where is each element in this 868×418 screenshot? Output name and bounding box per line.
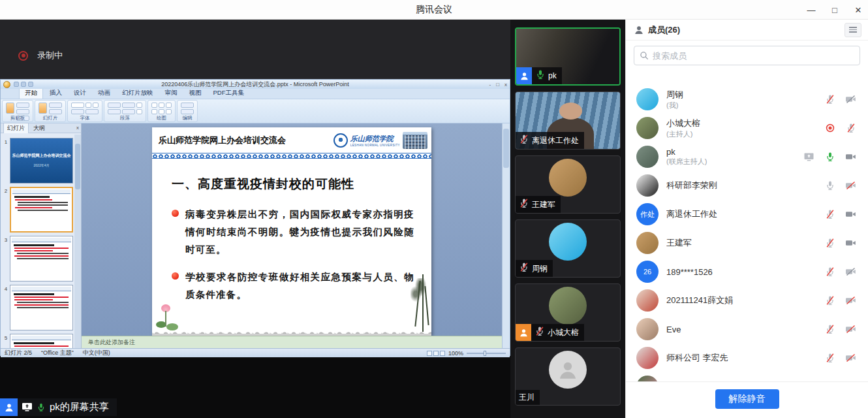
thumbnail-scrollbar[interactable]: [74, 135, 81, 348]
video-participant-name: 小城大榕: [548, 327, 579, 338]
ppt-minimize-button[interactable]: -: [489, 82, 491, 88]
mic-on-icon: [37, 402, 46, 412]
ribbon-group[interactable]: 段落: [104, 100, 146, 122]
member-row[interactable]: pk (联席主持人): [626, 142, 868, 171]
maximize-button[interactable]: □: [830, 5, 839, 15]
share-banner-text: pk的屏幕共享: [50, 401, 109, 413]
cam-off-red-icon: [845, 295, 856, 306]
mic-off-icon: [824, 209, 835, 220]
member-row[interactable]: Eve: [626, 315, 868, 344]
slide-thumbnail[interactable]: 3: [2, 236, 73, 281]
recording-label: 录制中: [37, 50, 63, 61]
ppt-tab[interactable]: PDF工具集: [208, 88, 250, 99]
ribbon-group[interactable]: 字体: [67, 100, 102, 122]
ribbon-group[interactable]: 幻灯片: [35, 100, 66, 122]
ppt-tab[interactable]: 插入: [44, 88, 67, 99]
ppt-slide-panel: 幻灯片大纲 x 1乐山师范学院网上办会培训交流会2022年4月2345: [1, 123, 82, 348]
mic-off-icon: [824, 94, 835, 105]
mic-off-icon: [824, 353, 835, 364]
cam-on-icon: [845, 152, 856, 163]
member-row[interactable]: 王建军: [626, 229, 868, 257]
ppt-close-button[interactable]: x: [504, 82, 507, 88]
slide-thumbnail[interactable]: 4: [2, 285, 73, 330]
mic-off-icon: [824, 266, 835, 278]
ppt-ribbon-tabs: 开始插入设计动画幻灯片放映审阅视图PDF工具集: [1, 89, 510, 99]
slide-title: 一、高度重视疫情封校的可能性: [172, 176, 414, 193]
slide-thumbnail[interactable]: 5: [2, 334, 73, 348]
powerpoint-window: 20220406乐山师范学院网上办会培训交流会.pptx - Microsoft…: [0, 79, 510, 356]
member-list[interactable]: 周钢 (我) 小城大榕 (主持人) pk (联席主持人) 科研部李荣刚 作处 离…: [626, 85, 868, 381]
member-avatar: [636, 289, 659, 312]
mic-off-icon: [824, 324, 835, 335]
member-row[interactable]: 作处 离退休工作处: [626, 200, 868, 229]
member-row[interactable]: 202111241薛文娟: [626, 286, 868, 315]
video-tile[interactable]: 小城大榕: [515, 283, 621, 342]
slide-footer-decoration: [152, 325, 431, 336]
mic-on-icon: [535, 69, 546, 82]
video-tile[interactable]: 周钢: [515, 219, 621, 278]
university-logo: 乐山师范学院 LESHAN NORMAL UNIVERSITY: [333, 132, 427, 149]
view-mode-buttons[interactable]: [427, 351, 445, 356]
mic-off-icon: [519, 262, 529, 275]
ppt-tab[interactable]: 设计: [69, 88, 91, 99]
video-participant-name: pk: [548, 71, 557, 80]
panel-close-icon[interactable]: x: [76, 125, 79, 131]
minimize-button[interactable]: —: [807, 5, 816, 15]
video-tile[interactable]: 王川: [515, 347, 621, 406]
member-avatar: [636, 347, 659, 369]
members-header: 成员(26): [626, 20, 868, 40]
member-name: 202111241薛文娟: [666, 295, 824, 306]
mic-off-icon: [824, 295, 835, 306]
zoom-slider[interactable]: [467, 353, 506, 354]
slide-scrollbar[interactable]: [502, 123, 510, 348]
video-participant-name: 周钢: [532, 263, 548, 274]
ppt-tab[interactable]: 审阅: [160, 88, 183, 99]
member-row[interactable]: 26 189****1526: [626, 257, 868, 286]
members-menu-button[interactable]: [845, 23, 861, 37]
slide-canvas[interactable]: 乐山师范学院网上办会培训交流会 乐山师范学院 LESHAN NORMAL UNI…: [152, 127, 431, 336]
panel-tab[interactable]: 大纲: [30, 123, 48, 133]
member-row[interactable]: 周钢 (我): [626, 85, 868, 114]
member-avatar: 26: [636, 261, 659, 283]
member-name: 王建军: [666, 237, 824, 249]
video-avatar: [549, 223, 587, 261]
member-row[interactable]: 小城大榕 (主持人): [626, 114, 868, 142]
member-row[interactable]: 数理-余瑶: [626, 372, 868, 381]
host-badge-icon: [516, 324, 531, 341]
bullet-icon: [172, 272, 179, 280]
ribbon-group[interactable]: 编辑: [177, 100, 198, 122]
ppt-restore-button[interactable]: □: [496, 82, 499, 88]
member-row[interactable]: 师科公司 李宏先: [626, 344, 868, 372]
ribbon-group[interactable]: 绘图: [147, 100, 176, 122]
member-avatar: 作处: [636, 203, 659, 225]
mic-on-icon: [824, 152, 835, 163]
mic-off-icon: [535, 326, 545, 339]
window-titlebar: 腾讯会议 — □ ✕: [0, 0, 868, 20]
notes-placeholder[interactable]: 单击此处添加备注: [82, 336, 502, 348]
video-participant-name: 王建军: [532, 199, 555, 210]
member-search-input[interactable]: [653, 51, 854, 61]
self-badge-icon: [516, 67, 532, 84]
video-tile[interactable]: 王建军: [515, 155, 621, 214]
presenter-badge-icon: [0, 398, 18, 416]
ppt-tab[interactable]: 动画: [93, 88, 116, 99]
slide-thumbnail-list[interactable]: 1乐山师范学院网上办会培训交流会2022年4月2345: [1, 135, 74, 348]
member-role: (主持人): [666, 129, 824, 139]
slide-thumbnail[interactable]: 2: [2, 187, 73, 233]
ppt-tab[interactable]: 幻灯片放映: [117, 88, 159, 99]
video-tile[interactable]: 离退休工作处: [515, 91, 621, 150]
member-name: 科研部李荣刚: [666, 180, 824, 191]
slide-thumbnail[interactable]: 1乐山师范学院网上办会培训交流会2022年4月: [2, 138, 73, 184]
video-thumbnail-column[interactable]: pk 离退休工作处 王建军: [510, 20, 625, 418]
close-button[interactable]: ✕: [854, 5, 863, 15]
member-search-box[interactable]: [634, 46, 860, 65]
ppt-tab[interactable]: 视图: [184, 88, 207, 99]
panel-tab[interactable]: 幻灯片: [3, 123, 29, 133]
member-row[interactable]: 科研部李荣刚: [626, 171, 868, 200]
member-name: 189****1526: [666, 267, 824, 277]
member-role: (我): [666, 101, 824, 110]
unmute-button[interactable]: 解除静音: [715, 389, 779, 409]
campus-photo: [403, 132, 427, 149]
video-tile[interactable]: pk: [515, 27, 621, 86]
ribbon-group[interactable]: 剪贴板: [2, 100, 33, 122]
